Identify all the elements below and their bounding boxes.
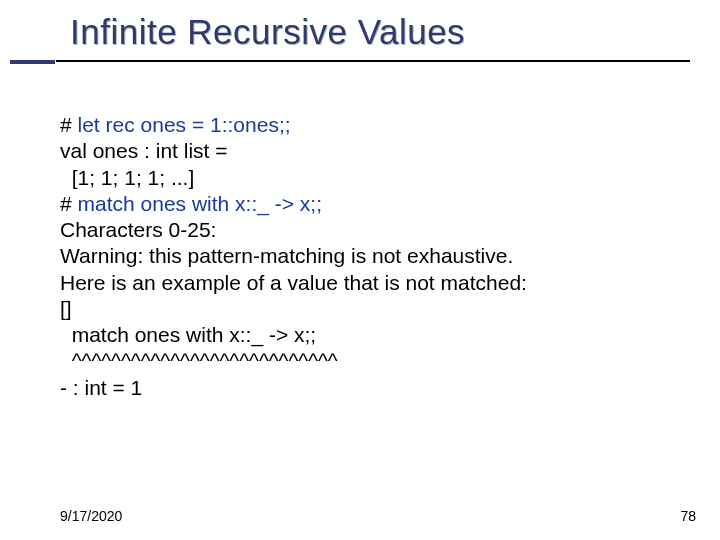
- slide-title: Infinite Recursive Values: [70, 12, 700, 52]
- code-line: # match ones with x::_ -> x;;: [60, 191, 680, 217]
- code-line: [1; 1; 1; 1; ...]: [60, 165, 680, 191]
- title-underline: [56, 60, 690, 62]
- user-input: let rec ones = 1::ones;;: [78, 113, 291, 136]
- footer-date: 9/17/2020: [60, 508, 122, 524]
- code-line: Characters 0-25:: [60, 217, 680, 243]
- code-line: []: [60, 296, 680, 322]
- code-line: - : int = 1: [60, 375, 680, 401]
- slide: Infinite Recursive Values # let rec ones…: [0, 0, 720, 540]
- prompt-hash: #: [60, 192, 78, 215]
- code-line: Here is an example of a value that is no…: [60, 270, 680, 296]
- code-line: # let rec ones = 1::ones;;: [60, 112, 680, 138]
- user-input: match ones with x::_ -> x;;: [78, 192, 323, 215]
- footer-page-number: 78: [680, 508, 696, 524]
- accent-bar: [10, 60, 55, 64]
- code-line: ^^^^^^^^^^^^^^^^^^^^^^^^^^^: [60, 348, 680, 374]
- code-line: Warning: this pattern-matching is not ex…: [60, 243, 680, 269]
- code-line: match ones with x::_ -> x;;: [60, 322, 680, 348]
- code-body: # let rec ones = 1::ones;; val ones : in…: [60, 112, 680, 401]
- title-wrap: Infinite Recursive Values: [70, 12, 700, 58]
- code-line: val ones : int list =: [60, 138, 680, 164]
- prompt-hash: #: [60, 113, 78, 136]
